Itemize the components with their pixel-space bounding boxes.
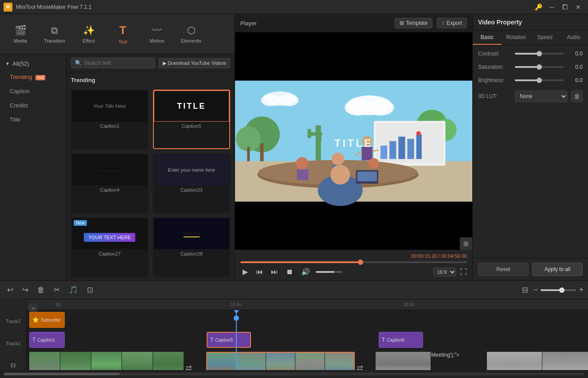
volume-button[interactable]: 🔊 bbox=[299, 267, 312, 277]
effect-icon: ✨ bbox=[83, 25, 95, 36]
video-clip-3[interactable]: Meeting');"> 🔊 bbox=[376, 352, 588, 370]
template-button[interactable]: ⊞ Template bbox=[395, 18, 433, 28]
contrast-dot[interactable] bbox=[537, 51, 542, 56]
undo-button[interactable]: ↩ bbox=[4, 284, 16, 296]
elements-button[interactable]: ⬡ Elements bbox=[175, 19, 207, 50]
caption28-thumb: · · · · · · · bbox=[154, 218, 230, 249]
svg-point-15 bbox=[367, 99, 394, 115]
restore-button[interactable]: ⧠ bbox=[559, 3, 571, 12]
video-clip-meeting[interactable]: ✕ bbox=[206, 352, 355, 370]
redo-button[interactable]: ↪ bbox=[20, 284, 31, 296]
prev-frame-button[interactable]: ⏮ bbox=[254, 267, 265, 277]
next-frame-button[interactable]: ⏭ bbox=[269, 267, 280, 277]
search-box[interactable]: 🔍 bbox=[71, 58, 155, 68]
stop-button[interactable]: ⏹ bbox=[284, 267, 295, 277]
effect-button[interactable]: ✨ Effect bbox=[73, 19, 105, 50]
text-item-caption23[interactable]: Enter your name here Caption23 bbox=[153, 154, 231, 213]
zoom-dot[interactable] bbox=[559, 287, 564, 293]
svg-rect-9 bbox=[318, 134, 321, 142]
tab-basic[interactable]: Basic bbox=[473, 31, 502, 45]
contrast-slider[interactable] bbox=[515, 53, 564, 55]
svg-rect-8 bbox=[308, 129, 311, 138]
player-title: Player bbox=[240, 20, 390, 27]
brightness-slider[interactable] bbox=[515, 79, 564, 81]
text-item-caption5[interactable]: TITLE Caption5 bbox=[153, 90, 231, 149]
category-sidebar: ▼ All(52) Trending Hot Caption Credits T… bbox=[0, 54, 67, 280]
aspect-ratio-select[interactable]: 16:9 9:16 1:1 4:3 bbox=[433, 268, 456, 276]
caption1-clip[interactable]: T Caption1 bbox=[29, 332, 65, 348]
caption5a-icon: T bbox=[210, 337, 213, 343]
apply-to-all-button[interactable]: Apply to all bbox=[532, 263, 583, 276]
sidebar-item-trending[interactable]: Trending Hot bbox=[3, 70, 63, 84]
sidebar-item-credits[interactable]: Credits bbox=[3, 98, 63, 112]
brightness-dot[interactable] bbox=[537, 78, 542, 83]
text-item-caption4[interactable]: ................... Caption4 bbox=[71, 154, 149, 213]
lut-label: 3D LUT: bbox=[478, 93, 511, 99]
minimize-button[interactable]: ─ bbox=[545, 3, 558, 12]
transition-button[interactable]: ⧉ Transition bbox=[39, 19, 71, 50]
expand-panel-btn[interactable]: ⊞ bbox=[460, 237, 472, 250]
motion-button[interactable]: 〰 Motion bbox=[141, 19, 173, 50]
caption27-preview: YOUR TEXT HERE bbox=[84, 233, 135, 242]
download-youtube-button[interactable]: ▶ Download YouTube Videos bbox=[159, 58, 231, 68]
tab-speed[interactable]: Speed bbox=[530, 31, 559, 45]
video-clip-forest[interactable]: 🔊 bbox=[29, 352, 184, 370]
saturation-slider[interactable] bbox=[515, 66, 564, 68]
sidebar-item-title[interactable]: Title bbox=[3, 113, 63, 126]
zoom-out-button[interactable]: − bbox=[533, 285, 538, 295]
scrollbar-thumb[interactable] bbox=[4, 373, 120, 375]
caption28-label: Caption28 bbox=[154, 249, 230, 258]
tab-rotation[interactable]: Rotation bbox=[502, 31, 530, 45]
search-icon: 🔍 bbox=[75, 60, 82, 66]
close-button[interactable]: ✕ bbox=[572, 3, 584, 12]
progress-dot[interactable] bbox=[358, 260, 363, 265]
delete-button[interactable]: 🗑 bbox=[35, 284, 47, 296]
caption5b-clip[interactable]: T Caption5 bbox=[379, 332, 423, 348]
reset-button[interactable]: Reset bbox=[478, 263, 529, 276]
text-icon: T bbox=[119, 24, 126, 37]
media-button[interactable]: 🎬 Media bbox=[4, 19, 36, 50]
subscribe-clip[interactable]: ⭐ Subscribe bbox=[29, 312, 65, 328]
timeline-scrollbar[interactable] bbox=[4, 373, 584, 375]
time-mark-1: 15.8s bbox=[231, 302, 241, 307]
transition-arrow-2[interactable]: ⇄ bbox=[357, 363, 363, 370]
caption5a-clip[interactable]: T Caption5 bbox=[207, 332, 251, 348]
export-button[interactable]: ↑ Export bbox=[437, 18, 467, 28]
saturation-fill bbox=[515, 66, 539, 68]
fullscreen-button[interactable]: ⛶ bbox=[460, 268, 467, 276]
yt-btn-label: Download YouTube Videos bbox=[168, 60, 227, 66]
svg-rect-41 bbox=[357, 172, 377, 181]
zoom-in-button[interactable]: + bbox=[579, 285, 584, 295]
lut-select[interactable]: None bbox=[515, 91, 568, 102]
split-view-button[interactable]: ⊟ bbox=[519, 284, 531, 296]
play-button[interactable]: ▶ bbox=[240, 267, 250, 277]
playhead[interactable] bbox=[236, 310, 237, 370]
text-item-caption1[interactable]: Your Title Here Caption1 bbox=[71, 90, 149, 149]
crop-button[interactable]: ⊡ bbox=[84, 284, 96, 296]
transition-arrow-1[interactable]: ⇄ bbox=[185, 363, 192, 370]
zoom-fill bbox=[541, 289, 562, 291]
meeting-frames bbox=[207, 353, 354, 370]
sidebar-item-caption[interactable]: Caption bbox=[3, 84, 63, 98]
current-time: 00:00:15.20 bbox=[412, 253, 437, 259]
progress-bar[interactable] bbox=[240, 261, 467, 263]
text-button[interactable]: T Text bbox=[107, 19, 139, 50]
cut-button[interactable]: ✂ bbox=[51, 284, 63, 296]
lut-delete-button[interactable]: 🗑 bbox=[571, 91, 583, 102]
svg-rect-23 bbox=[398, 137, 405, 159]
text-item-caption27[interactable]: YOUR TEXT HERE Caption27 bbox=[71, 217, 149, 277]
text-item-caption28[interactable]: · · · · · · · Caption28 bbox=[153, 217, 231, 277]
export-label: Export bbox=[447, 20, 462, 26]
zoom-slider[interactable] bbox=[541, 289, 576, 291]
tab-audio[interactable]: Audio bbox=[559, 31, 588, 45]
audio-detach-button[interactable]: 🎵 bbox=[66, 284, 81, 296]
svg-rect-6 bbox=[316, 126, 321, 161]
saturation-dot[interactable] bbox=[537, 64, 542, 70]
text-grid: Your Title Here Caption1 TITLE Caption5 … bbox=[67, 86, 235, 280]
volume-slider[interactable] bbox=[316, 271, 342, 273]
caption28-preview: · · · · · · · bbox=[184, 231, 200, 237]
all-category-header[interactable]: ▼ All(52) bbox=[0, 58, 66, 70]
search-input[interactable] bbox=[84, 60, 151, 66]
key-icon[interactable]: 🔑 bbox=[532, 3, 545, 12]
video-track-icon: 🎞 bbox=[11, 363, 16, 368]
